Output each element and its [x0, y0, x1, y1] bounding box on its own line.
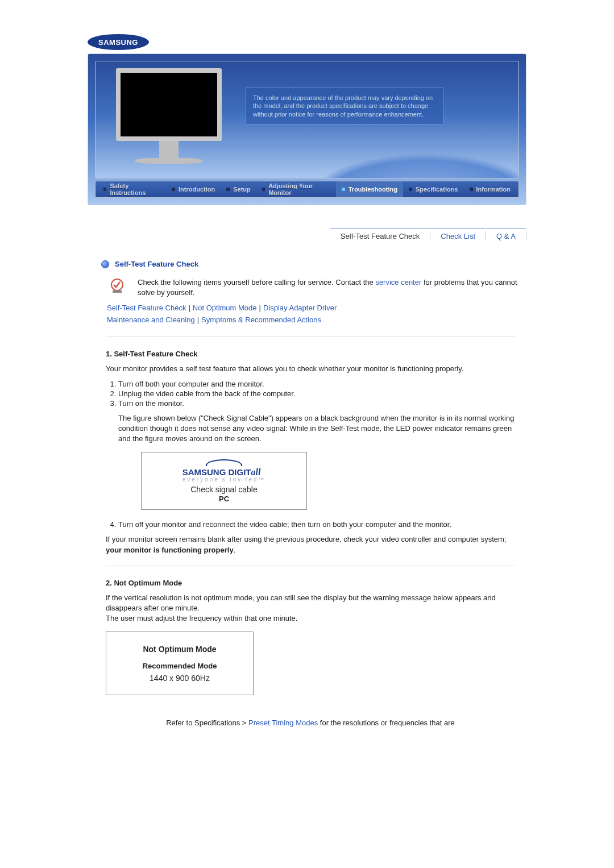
divider: [106, 337, 515, 337]
subnav-divider: [526, 231, 526, 240]
square-bullet-icon: [103, 188, 106, 191]
nav-specifications[interactable]: Specifications: [403, 181, 464, 197]
square-bullet-icon: [342, 188, 345, 191]
notoptimum-line3: 1440 x 900 60Hz: [150, 674, 210, 683]
anchor-maintenance[interactable]: Maintenance and Cleaning: [107, 315, 195, 324]
preset-timing-link[interactable]: Preset Timing Modes: [248, 719, 318, 727]
square-bullet-icon: [470, 188, 473, 191]
step-item: Turn on the monitor. The figure shown be…: [118, 399, 515, 510]
subnav-check-list[interactable]: Check List: [430, 228, 486, 244]
separator: |: [257, 304, 263, 312]
text: Turn on the monitor.: [118, 399, 184, 408]
nav-label: Troubleshooting: [349, 186, 397, 193]
section-intro-text: Check the following items yourself befor…: [138, 277, 526, 298]
selftest-heading: 1. Self-Test Feature Check: [106, 350, 515, 358]
step-item: Turn off your monitor and reconnect the …: [118, 520, 515, 529]
notoptimum-after: Refer to Specifications > Preset Timing …: [106, 718, 515, 728]
anchor-links: Self-Test Feature Check|Not Optimum Mode…: [107, 302, 526, 326]
square-bullet-icon: [409, 188, 412, 191]
subnav-self-test[interactable]: Self-Test Feature Check: [330, 228, 430, 244]
hero-frame: The color and appearance of the product …: [88, 53, 526, 205]
anchor-symptoms[interactable]: Symptoms & Recommended Actions: [201, 315, 321, 324]
nav-label: Information: [476, 186, 511, 193]
nav-introduction[interactable]: Introduction: [166, 181, 221, 197]
divider: [106, 566, 515, 566]
hero-caption: The color and appearance of the product …: [246, 88, 443, 124]
nav-label: Specifications: [416, 186, 458, 193]
service-center-link[interactable]: service center: [375, 278, 421, 286]
nav-label: Setup: [233, 186, 251, 193]
anchor-display-adapter[interactable]: Display Adapter Driver: [263, 304, 337, 312]
figure-brand: SAMSUNG DIGITall everyone's invited™: [182, 459, 266, 483]
square-bullet-icon: [226, 188, 230, 191]
text-bold: your monitor is functioning properly: [106, 546, 234, 554]
nav-label: Safety Instructions: [110, 182, 160, 196]
figure-line1: Check signal cable: [190, 485, 258, 494]
section-subnav: Self-Test Feature Check Check List Q & A: [88, 228, 526, 244]
text: for the resolutions or frequencies that …: [318, 719, 455, 727]
anchor-not-optimum[interactable]: Not Optimum Mode: [193, 304, 257, 312]
nav-adjusting[interactable]: Adjusting Your Monitor: [256, 181, 336, 197]
figure-line2: PC: [219, 495, 229, 503]
text: Refer to Specifications >: [166, 719, 248, 727]
selftest-intro: Your monitor provides a self test featur…: [106, 364, 515, 374]
notoptimum-line2: Recommended Mode: [143, 662, 217, 670]
text: Check the following items yourself befor…: [138, 278, 375, 286]
brand-wordmark: SAMSUNG: [88, 34, 149, 50]
text: .: [234, 546, 236, 554]
selftest-steps: Turn off both your computer and the moni…: [118, 380, 515, 529]
square-bullet-icon: [172, 188, 175, 191]
subnav-q-and-a[interactable]: Q & A: [486, 228, 526, 244]
check-signal-figure: SAMSUNG DIGITall everyone's invited™ Che…: [141, 452, 307, 510]
notoptimum-figure: Not Optimum Mode Recommended Mode 1440 x…: [106, 632, 254, 695]
step-item: Unplug the video cable from the back of …: [118, 389, 515, 398]
notoptimum-heading: 2. Not Optimum Mode: [106, 579, 515, 587]
nav-safety-instructions[interactable]: Safety Instructions: [98, 181, 166, 197]
square-bullet-icon: [262, 188, 265, 191]
notoptimum-p1: If the vertical resolution is not optimu…: [106, 593, 515, 613]
section-intro: Check the following items yourself befor…: [107, 277, 526, 298]
hero-panel: The color and appearance of the product …: [95, 61, 519, 178]
product-image: [116, 68, 222, 165]
anchor-self-test[interactable]: Self-Test Feature Check: [107, 304, 186, 312]
text: If your monitor screen remains blank aft…: [106, 535, 507, 543]
main-nav: Safety Instructions Introduction Setup A…: [95, 181, 519, 198]
section-title-text: Self-Test Feature Check: [115, 260, 198, 268]
separator: |: [186, 304, 192, 312]
section-title: Self-Test Feature Check: [101, 260, 526, 268]
nav-label: Introduction: [179, 186, 215, 193]
nav-setup[interactable]: Setup: [221, 181, 256, 197]
step-item: Turn off both your computer and the moni…: [118, 380, 515, 388]
checkmark-icon: [107, 277, 127, 298]
bullet-dot-icon: [101, 260, 109, 268]
content-not-optimum: 2. Not Optimum Mode If the vertical reso…: [106, 579, 515, 729]
arc-icon: [206, 459, 242, 466]
nav-information[interactable]: Information: [464, 181, 517, 197]
nav-label: Adjusting Your Monitor: [268, 182, 330, 196]
figure-tagline: everyone's invited™: [182, 476, 266, 483]
svg-rect-1: [113, 290, 122, 293]
brand-logo: SAMSUNG: [88, 34, 526, 50]
notoptimum-line1: Not Optimum Mode: [143, 645, 216, 654]
selftest-after: If your monitor screen remains blank aft…: [106, 534, 515, 555]
notoptimum-p2: The user must adjust the frequency withi…: [106, 613, 515, 624]
figure-note: The figure shown below ("Check Signal Ca…: [118, 413, 515, 445]
content-self-test: 1. Self-Test Feature Check Your monitor …: [106, 350, 515, 555]
nav-troubleshooting[interactable]: Troubleshooting: [336, 181, 403, 197]
separator: |: [195, 315, 201, 324]
